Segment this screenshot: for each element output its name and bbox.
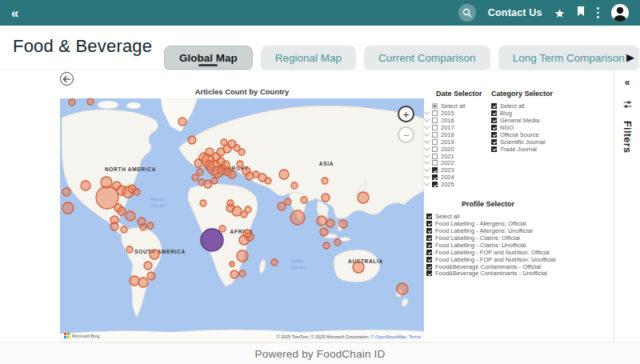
filter-option-food-labelling-fop-and-nutrition-unofficial[interactable]: Food Labelling - FOP and Nutrition: Unof… (426, 256, 556, 263)
checkbox-checked[interactable] (426, 228, 432, 234)
expand-chevron-icon[interactable] (424, 123, 430, 129)
openstreetmap-link[interactable]: © OpenStreetMap (371, 334, 406, 339)
filter-option-2016[interactable]: 2016 (425, 117, 482, 124)
data-bubble[interactable] (228, 170, 236, 178)
filter-option-blog[interactable]: Blog (491, 110, 553, 117)
filter-option-general-media[interactable]: General Media (491, 117, 553, 124)
checkbox-checked[interactable] (426, 250, 432, 255)
checkbox-checked[interactable] (426, 257, 432, 262)
checkbox-checked[interactable] (426, 235, 432, 241)
data-bubble[interactable] (271, 259, 278, 266)
checkbox-unchecked[interactable] (432, 160, 438, 166)
filter-option-2019[interactable]: 2019 (425, 138, 482, 146)
checkbox-checked[interactable] (426, 264, 432, 270)
checkbox-unchecked[interactable] (432, 125, 438, 130)
data-bubble[interactable] (232, 206, 242, 216)
data-bubble[interactable] (150, 250, 159, 259)
kebab-menu-icon[interactable] (597, 7, 599, 18)
checkbox-checked[interactable] (432, 174, 438, 180)
expand-chevron-icon[interactable] (424, 159, 430, 165)
filter-option-2023[interactable]: 2023 (425, 166, 482, 174)
data-bubble[interactable] (397, 283, 408, 294)
tab-current-comparison[interactable]: Current Comparison (364, 46, 490, 70)
data-bubble[interactable] (197, 169, 203, 175)
filter-option-select-all[interactable]: Select all (426, 213, 556, 220)
map-zoom-in-button[interactable]: + (398, 106, 414, 122)
data-bubble[interactable] (221, 139, 227, 146)
expand-chevron-icon[interactable] (424, 174, 430, 179)
filter-option-2020[interactable]: 2020 (425, 146, 482, 153)
bookmark-icon[interactable] (577, 6, 585, 20)
filter-option-food-beverage-contaminants-unofficial[interactable]: Food&Beverage Contaminants - Unofficial (426, 270, 556, 278)
expand-chevron-icon[interactable] (424, 152, 430, 158)
data-bubble[interactable] (178, 118, 186, 126)
terms-link[interactable]: Terms (409, 334, 421, 339)
filter-option-official-source[interactable]: Official Source (491, 131, 553, 138)
tab-global-map[interactable]: Global Map (164, 46, 253, 70)
expand-chevron-icon[interactable] (424, 138, 430, 143)
filter-option-scientific-journal[interactable]: Scientific Journal (491, 138, 553, 146)
data-bubble[interactable] (322, 178, 328, 184)
checkbox-checked[interactable] (491, 110, 497, 116)
data-bubble[interactable] (126, 246, 133, 253)
data-bubble[interactable] (227, 200, 234, 206)
data-bubble[interactable] (230, 262, 234, 266)
data-bubble[interactable] (81, 181, 90, 190)
data-bubble[interactable] (245, 206, 251, 213)
data-bubble[interactable] (230, 270, 238, 278)
data-bubble[interactable] (291, 182, 298, 189)
filter-option-2022[interactable]: 2022 (425, 160, 482, 167)
checkbox-unchecked[interactable] (432, 154, 438, 159)
data-bubble[interactable] (130, 276, 139, 286)
tab-overflow-arrow-icon[interactable]: ▶ (626, 51, 634, 63)
search-icon[interactable] (458, 4, 476, 22)
map-zoom-out-button[interactable]: − (398, 126, 414, 143)
filter-option-food-labelling-allergens-unofficial[interactable]: Food Labelling - Allergens: Unofficial (426, 227, 556, 234)
filter-option-food-labelling-fop-and-nutrition-official[interactable]: Food Labelling - FOP and Nutrition: Offi… (426, 249, 556, 256)
data-bubble[interactable] (140, 224, 146, 230)
tab-long-term-comparison[interactable]: Long Term Comparison (498, 46, 639, 70)
data-bubble[interactable] (290, 210, 305, 225)
filter-option-select-all[interactable]: Select all (491, 102, 553, 110)
expand-chevron-icon[interactable] (424, 130, 430, 136)
filter-option-2021[interactable]: 2021 (425, 153, 482, 160)
data-bubble[interactable] (358, 192, 369, 203)
checkbox-unchecked[interactable] (432, 110, 438, 116)
checkbox-checked[interactable] (426, 221, 432, 226)
data-bubble[interactable] (278, 202, 286, 210)
collapse-nav-icon[interactable]: « (11, 6, 18, 20)
data-bubble[interactable] (246, 172, 254, 180)
data-bubble[interactable] (62, 188, 70, 196)
checkbox-unchecked[interactable] (432, 132, 438, 138)
data-bubble[interactable] (320, 228, 328, 236)
expand-chevron-icon[interactable] (424, 109, 430, 114)
data-bubble[interactable] (62, 202, 74, 214)
checkbox-unchecked[interactable] (432, 146, 438, 152)
data-bubble[interactable] (206, 148, 214, 156)
data-bubble[interactable] (138, 278, 148, 287)
checkbox-partial[interactable] (432, 103, 438, 109)
checkbox-checked[interactable] (426, 270, 432, 276)
checkbox-checked[interactable] (491, 146, 497, 152)
data-bubble[interactable] (110, 222, 118, 230)
data-bubble[interactable] (237, 161, 243, 167)
data-bubble[interactable] (238, 149, 245, 155)
filter-option-food-labelling-claims-official[interactable]: Food Labelling - Claims: Official (426, 234, 556, 242)
expand-chevron-icon[interactable] (424, 166, 430, 172)
checkbox-checked[interactable] (491, 103, 497, 109)
expand-chevron-icon[interactable] (424, 181, 430, 186)
data-bubble[interactable] (322, 194, 330, 202)
data-bubble[interactable] (147, 272, 155, 280)
filter-option-food-labelling-claims-unofficial[interactable]: Food Labelling - Claims: Unofficial (426, 242, 556, 249)
data-bubble[interactable] (118, 207, 126, 215)
map-canvas[interactable]: NORTH AMERICASOUTH AMERICAEUROPEAFRICAAS… (60, 98, 424, 342)
data-bubble[interactable] (353, 262, 364, 273)
highlighted-data-bubble[interactable] (201, 229, 223, 251)
avatar[interactable] (611, 4, 629, 22)
expand-chevron-icon[interactable] (424, 145, 430, 150)
data-bubble[interactable] (301, 197, 307, 203)
checkbox-checked[interactable] (491, 132, 497, 138)
data-bubble[interactable] (188, 136, 196, 144)
expand-chevron-icon[interactable] (424, 116, 430, 122)
checkbox-unchecked[interactable] (432, 139, 438, 145)
